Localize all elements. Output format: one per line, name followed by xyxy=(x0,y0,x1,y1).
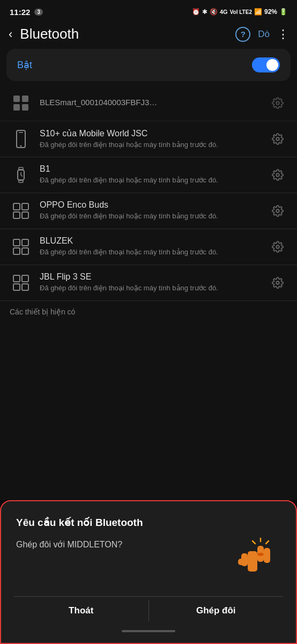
svg-rect-3 xyxy=(22,104,28,111)
device-info: B1 Đã ghép đôi trên điện thoại hoặc máy … xyxy=(40,164,261,185)
list-item[interactable]: OPPO Enco Buds Đã ghép đôi trên điện tho… xyxy=(0,193,297,229)
svg-rect-32 xyxy=(264,548,270,563)
header: ‹ Bluetooth ? Dò ⋮ xyxy=(0,21,297,49)
svg-rect-0 xyxy=(13,96,20,102)
device-name: OPPO Enco Buds xyxy=(40,200,261,210)
battery-icon: 🔋 xyxy=(279,8,287,16)
status-time: 11:22 xyxy=(10,8,30,17)
help-button[interactable]: ? xyxy=(235,27,250,42)
dialog-body: Ghép đôi với MIDDLETON? xyxy=(16,535,281,583)
device-info: S10+ của Mobile World JSC Đã ghép đôi tr… xyxy=(40,128,261,150)
svg-rect-2 xyxy=(13,104,20,111)
device-info: OPPO Enco Buds Đã ghép đôi trên điện tho… xyxy=(40,200,261,221)
device-name: S10+ của Mobile World JSC xyxy=(40,128,261,138)
list-item[interactable]: S10+ của Mobile World JSC Đã ghép đôi tr… xyxy=(0,121,297,157)
device-status: Đã ghép đôi trên điện thoại hoặc máy tín… xyxy=(40,211,261,221)
more-options-button[interactable]: ⋮ xyxy=(277,27,288,41)
device-list: BLESmart_0001040003FBFJ38... S10+ của Mo… xyxy=(0,85,297,301)
dialog-title: Yêu cầu kết nối Bluetooth xyxy=(16,516,281,529)
bottom-indicator xyxy=(122,630,175,632)
bluetooth-icon: ✱ xyxy=(202,8,207,16)
dialog-actions: Thoát Ghép đôi xyxy=(14,596,283,625)
notification-badge: 3 xyxy=(34,9,43,16)
svg-rect-5 xyxy=(17,130,25,148)
device-settings-button[interactable] xyxy=(268,93,287,113)
device-status: Đã ghép đôi trên điện thoại hoặc máy tín… xyxy=(40,175,261,185)
svg-point-19 xyxy=(276,209,279,213)
device-settings-button[interactable] xyxy=(268,237,287,257)
mute-icon: 🔇 xyxy=(210,8,218,16)
svg-rect-21 xyxy=(22,239,28,246)
list-item[interactable]: BLESmart_0001040003FBFJ38... xyxy=(0,85,297,121)
svg-point-14 xyxy=(276,173,279,177)
cancel-button[interactable]: Thoát xyxy=(14,597,148,625)
svg-rect-30 xyxy=(248,551,257,572)
svg-rect-26 xyxy=(22,275,28,282)
status-icons: ⏰ ✱ 🔇 4G Vol LTE2 📶 92% 🔋 xyxy=(192,8,287,16)
svg-point-35 xyxy=(257,553,264,556)
device-settings-button[interactable] xyxy=(268,129,287,149)
svg-line-13 xyxy=(21,175,23,177)
device-icon xyxy=(10,92,32,114)
volte-icon: Vol LTE2 xyxy=(230,9,252,15)
back-button[interactable]: ‹ xyxy=(9,27,12,41)
device-name: B1 xyxy=(40,164,261,174)
device-info: JBL Flip 3 SE Đã ghép đôi trên điện thoạ… xyxy=(40,272,261,293)
pairing-dialog: Yêu cầu kết nối Bluetooth Ghép đôi với M… xyxy=(0,500,297,644)
device-status: Đã ghép đôi trên điện thoại hoặc máy tín… xyxy=(40,247,261,257)
device-icon xyxy=(10,200,32,222)
svg-rect-18 xyxy=(22,212,28,218)
status-bar: 11:22 3 ⏰ ✱ 🔇 4G Vol LTE2 📶 92% 🔋 xyxy=(0,0,297,21)
device-icon xyxy=(10,236,32,258)
network-4g: 4G xyxy=(220,9,228,15)
scan-button[interactable]: Dò xyxy=(258,29,270,40)
svg-rect-34 xyxy=(238,559,248,565)
confirm-button[interactable]: Ghép đôi xyxy=(149,597,284,625)
svg-point-7 xyxy=(20,145,22,147)
svg-line-38 xyxy=(253,541,255,544)
device-info: BLESmart_0001040003FBFJ38... xyxy=(40,98,261,108)
available-section-label: Các thiết bị hiện có xyxy=(10,308,75,316)
svg-rect-22 xyxy=(13,248,20,254)
dialog-overlay: Yêu cầu kết nối Bluetooth Ghép đôi với M… xyxy=(0,500,297,644)
device-icon xyxy=(10,164,32,186)
svg-rect-10 xyxy=(19,167,23,170)
svg-point-29 xyxy=(276,281,279,284)
svg-point-4 xyxy=(276,101,279,105)
device-name: BLESmart_0001040003FBFJ38... xyxy=(40,98,158,107)
svg-rect-11 xyxy=(19,180,23,182)
hand-icon xyxy=(233,535,281,583)
battery-level: 92% xyxy=(264,8,277,16)
device-icon xyxy=(10,128,32,150)
svg-rect-17 xyxy=(13,212,20,218)
svg-rect-23 xyxy=(22,248,28,254)
list-item[interactable]: JBL Flip 3 SE Đã ghép đôi trên điện thoạ… xyxy=(0,265,297,301)
svg-point-8 xyxy=(276,137,279,141)
page-title: Bluetooth xyxy=(20,26,230,42)
device-settings-button[interactable] xyxy=(268,273,287,292)
svg-point-24 xyxy=(276,245,279,248)
svg-line-37 xyxy=(266,541,269,544)
device-status: Đã ghép đôi trên điện thoại hoặc máy tín… xyxy=(40,283,261,293)
bluetooth-toggle-section: Bật xyxy=(6,49,291,81)
svg-rect-25 xyxy=(13,275,20,282)
list-item[interactable]: BLUZEK Đã ghép đôi trên điện thoại hoặc … xyxy=(0,229,297,265)
svg-rect-28 xyxy=(22,284,28,290)
available-section-header: Các thiết bị hiện có xyxy=(0,301,297,319)
alarm-icon: ⏰ xyxy=(192,8,200,16)
svg-rect-20 xyxy=(13,239,20,246)
toggle-label: Bật xyxy=(17,59,32,71)
header-actions: ? Dò ⋮ xyxy=(235,27,288,42)
list-item[interactable]: B1 Đã ghép đôi trên điện thoại hoặc máy … xyxy=(0,157,297,193)
svg-rect-27 xyxy=(13,284,20,290)
bluetooth-toggle[interactable] xyxy=(252,57,280,72)
device-settings-button[interactable] xyxy=(268,165,287,185)
device-settings-button[interactable] xyxy=(268,201,287,221)
signal-icon: 📶 xyxy=(254,8,262,16)
svg-rect-6 xyxy=(19,132,23,133)
device-icon xyxy=(10,272,32,294)
device-name: BLUZEK xyxy=(40,236,261,246)
device-status: Đã ghép đôi trên điện thoại hoặc máy tín… xyxy=(40,140,261,150)
svg-rect-1 xyxy=(22,96,28,102)
device-name: JBL Flip 3 SE xyxy=(40,272,261,282)
